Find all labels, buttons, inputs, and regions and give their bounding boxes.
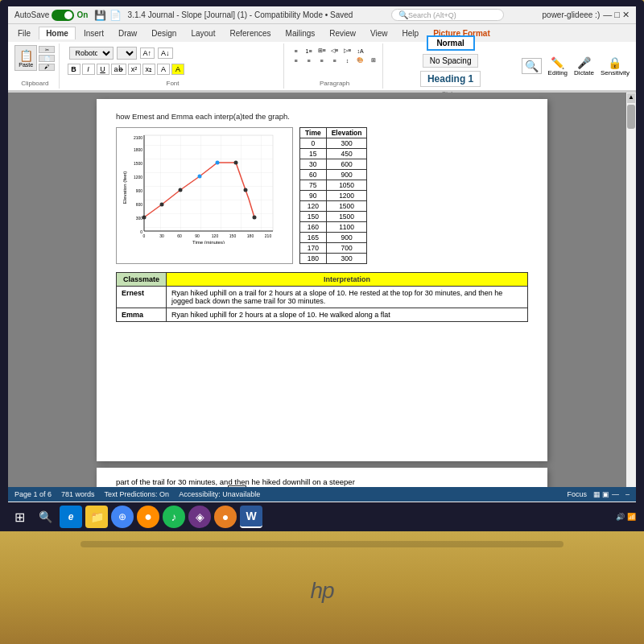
username: power-glideee :) [543,10,601,19]
line-spacing-button[interactable]: ↕ [342,56,353,64]
italic-button[interactable]: I [82,64,95,75]
list-bullet-button[interactable]: ≡ [291,47,302,55]
tab-review[interactable]: Review [323,27,362,39]
font-size-select[interactable]: 12 [117,47,137,60]
content-layout: 0 300 600 900 1200 1500 1800 2100 0 30 [116,127,528,264]
taskbar-game[interactable]: ◈ [188,506,211,528]
taskbar-music[interactable]: ♪ [163,506,185,528]
taskbar-edge[interactable]: e [60,506,82,528]
table-row: 180300 [300,254,367,264]
svg-text:1200: 1200 [134,175,142,180]
align-center-button[interactable]: ≡ [303,56,315,64]
paragraph-group: ≡ 1≡ ⊞≡ ◁≡ ▷≡ ↕A ≡ ≡ ≡ ≡ ↕ [287,43,383,89]
title-bar-left: AutoSave On 💾 📄 3.1.4 Journal - Slope [J… [14,10,353,21]
taskbar-orange2[interactable]: ● [214,506,237,528]
laptop-bottom: ⊞ 🔍 e 📁 ⊕ ● ♪ ◈ ● W 🔊 📶 hp [0,531,644,644]
taskbar-word[interactable]: W [240,506,262,528]
taskbar-right: 🔊 📶 [616,513,636,521]
sensitivity-group[interactable]: 🔒 Sensitivity [601,56,630,76]
tab-help[interactable]: Help [396,27,426,39]
taskbar-search[interactable]: 🔍 [34,506,56,528]
status-bar: Page 1 of 6 781 words Text Predictions: … [8,487,636,502]
dictate-label: Dictate [574,69,594,76]
borders-button[interactable]: ⊞ [368,56,379,64]
styles-group: Normal No Spacing Heading 1 Styles [386,43,515,89]
classmate-cell: Emma [117,308,167,322]
copy-button[interactable]: 📄 [39,55,55,62]
indent-decrease-button[interactable]: ◁≡ [329,47,341,55]
style-heading1-button[interactable]: Heading 1 [420,71,481,87]
list-number-button[interactable]: 1≡ [303,47,315,55]
style-normal-button[interactable]: Normal [427,35,475,51]
indent-increase-button[interactable]: ▷≡ [342,47,353,55]
graph-point-0 [142,216,147,220]
highlight-button[interactable]: A [171,64,184,75]
windows-start-button[interactable]: ⊞ [8,506,31,528]
interpretation-cell: Ryan hiked uphill for 2 hours at a slope… [167,308,528,322]
tab-home[interactable]: Home [39,27,76,39]
align-left-button[interactable]: ≡ [291,56,302,64]
interpretation-table: Classmate Interpretation ErnestRyan hike… [116,272,528,322]
autosave-label: AutoSave [14,10,49,19]
scroll-up-button[interactable]: ▲ [627,93,635,103]
font-grow-button[interactable]: A↑ [140,47,155,59]
sort-button[interactable]: ↕A [355,47,366,55]
dictate-group[interactable]: 🎤 Dictate [574,56,594,76]
text-color-button[interactable]: A [157,64,170,75]
svg-text:60: 60 [177,233,182,238]
tab-view[interactable]: View [364,27,394,39]
bold-button[interactable]: B [68,64,80,75]
search-placeholder: Search (Alt+Q) [408,11,456,19]
graph-point-5 [234,161,238,165]
find-button[interactable]: 🔍 [522,58,542,74]
search-bar[interactable]: 🔍 Search (Alt+Q) [391,9,504,21]
document-area[interactable]: ▲ how Ernest and Emma each interp(a)ted … [8,93,636,487]
microphone-icon: 🎤 [577,56,591,69]
editing-group: ✏️ Editing [548,56,568,76]
tab-insert[interactable]: Insert [77,27,110,39]
strikethrough-button[interactable]: ab̶ [111,64,126,75]
svg-text:900: 900 [136,188,143,193]
autosave-toggle[interactable] [52,10,74,21]
font-shrink-button[interactable]: A↓ [158,47,173,59]
svg-text:Time (minutes): Time (minutes) [192,240,225,244]
tab-references[interactable]: References [223,27,277,39]
list-multilevel-button[interactable]: ⊞≡ [316,47,328,55]
table-row: 30600 [300,159,367,170]
ribbon: File Home Insert Draw Design Layout Refe… [8,24,636,93]
superscript-button[interactable]: x₂ [142,64,156,75]
intro-text: how Ernest and Emma each interp(a)ted th… [116,112,528,121]
shading-button[interactable]: 🎨 [355,56,366,64]
font-select[interactable]: Roboto [69,47,114,60]
format-painter-button[interactable]: 🖌 [39,64,55,71]
interpretation-header: Interpretation [167,273,528,287]
svg-text:30: 30 [159,233,164,238]
taskbar-explorer[interactable]: 📁 [85,506,108,528]
taskbar-orange-app[interactable]: ● [137,506,159,528]
tab-mailings[interactable]: Mailings [279,27,322,39]
font-controls: Roboto 12 A↑ A↓ [68,45,175,61]
subscript-button[interactable]: x² [128,64,141,75]
taskbar-chrome[interactable]: ⊕ [111,506,134,528]
paste-button[interactable]: 📋 Paste [14,45,37,71]
ribbon-right: 🔍 ✏️ Editing 🎤 Dictate 🔒 Sensitivity [518,43,633,89]
tab-layout[interactable]: Layout [184,27,221,39]
table-header-elevation: Elevation [326,128,367,138]
windows-area: AutoSave On 💾 📄 3.1.4 Journal - Slope [J… [8,6,636,526]
cut-button[interactable]: ✂ [39,46,55,53]
underline-button[interactable]: U [97,64,109,75]
style-no-spacing-button[interactable]: No Spacing [423,54,479,68]
search-icon: 🔍 [398,10,408,19]
sensitivity-label: Sensitivity [601,69,630,76]
graph-point-4 [216,161,220,165]
justify-button[interactable]: ≡ [329,56,341,64]
table-row: 165900 [300,233,367,243]
scroll-indicator[interactable]: ▲ [626,93,636,487]
tab-file[interactable]: File [11,27,37,39]
align-right-button[interactable]: ≡ [316,56,328,64]
taskbar-time: 🔊 📶 [616,513,636,521]
tab-draw[interactable]: Draw [112,27,143,39]
scroll-thumb[interactable] [627,105,635,129]
svg-text:180: 180 [247,233,254,238]
tab-design[interactable]: Design [145,27,183,39]
